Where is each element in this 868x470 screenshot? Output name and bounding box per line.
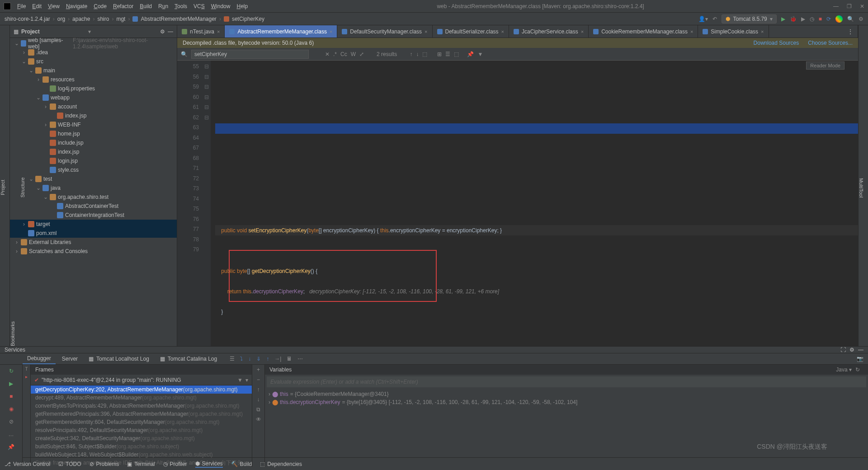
crumb[interactable]: setCipherKey — [232, 16, 264, 22]
search-icon[interactable]: 🔍 — [847, 16, 854, 22]
tree-item[interactable]: log4j.properties — [10, 84, 177, 93]
menu-navigate[interactable]: Navigate — [66, 3, 87, 9]
variable-row[interactable]: › ⬤ this = {CookieRememberMeManager@3401… — [269, 390, 864, 398]
code-area[interactable]: Reader Mode 5556596061626364676871727374… — [177, 61, 858, 346]
close-find-icon[interactable]: ✕ — [325, 51, 330, 57]
dropdown-icon[interactable]: ▾ — [245, 377, 248, 383]
add-selection-icon[interactable]: ⊞ — [437, 51, 442, 57]
tomcat-node-icon[interactable]: T — [25, 367, 28, 371]
stack-frame[interactable]: convertBytesToPrincipals:429, AbstractRe… — [31, 402, 252, 410]
hide-icon[interactable]: — — [858, 347, 863, 353]
menu-window[interactable]: Window — [211, 3, 231, 9]
step-out-icon[interactable]: ↑ — [266, 356, 269, 362]
profile-button[interactable]: ◷ — [810, 16, 814, 22]
run-button[interactable]: ▶ — [781, 16, 785, 22]
reader-mode-badge[interactable]: Reader Mode — [806, 61, 844, 70]
stack-frame[interactable]: getRememberedPrincipals:396, AbstractRem… — [31, 410, 252, 418]
case-icon[interactable]: Cc — [340, 51, 347, 57]
menu-view[interactable]: View — [48, 3, 60, 9]
evaluate-input[interactable]: Evaluate expression (Enter) or add a wat… — [267, 376, 866, 387]
stack-frame[interactable]: decrypt:489, AbstractRememberMeManager (… — [31, 394, 252, 402]
project-tool-button[interactable]: Project — [0, 29, 5, 346]
status-todo[interactable]: ☑TODO — [58, 461, 81, 467]
stack-frame[interactable]: getRememberedIdentity:604, DefaultSecuri… — [31, 418, 252, 426]
tree-item[interactable]: ›resources — [10, 75, 177, 84]
words-icon[interactable]: W — [351, 51, 356, 57]
remove-watch-icon[interactable]: − — [257, 376, 260, 383]
frames-list[interactable]: getDecryptionCipherKey:202, AbstractReme… — [31, 385, 252, 459]
tree-item[interactable]: pom.xml — [10, 229, 177, 238]
next-match-icon[interactable]: ↓ — [416, 51, 419, 57]
status-profiler[interactable]: ◷Profiler — [163, 461, 187, 467]
tree-item[interactable]: ⌄test — [10, 174, 177, 183]
pin-button[interactable]: 📌 — [7, 442, 16, 451]
expand-icon[interactable]: ⤢ — [359, 51, 364, 57]
tree-item[interactable]: ›target — [10, 220, 177, 229]
regex-icon[interactable]: .* — [333, 51, 337, 57]
tree-item[interactable]: ›External Libraries — [10, 238, 177, 247]
stack-frame[interactable]: buildWebSubject:148, WebSubject$Builder … — [31, 451, 252, 459]
crumb[interactable]: org — [57, 16, 65, 22]
tab-catalina-log[interactable]: ▦ Tomcat Catalina Log — [156, 354, 222, 364]
menu-tools[interactable]: Tools — [175, 3, 187, 9]
variable-row[interactable]: › ⬤ this.decryptionCipherKey = {byte[16]… — [269, 398, 864, 406]
status-dependencies[interactable]: ⬚Dependencies — [260, 461, 302, 467]
menu-file[interactable]: File — [17, 3, 26, 9]
collapse-icon[interactable]: — — [168, 28, 173, 35]
maximize-icon[interactable]: ⛶ — [840, 347, 846, 353]
editor-tab[interactable]: DefaultSerializer.class× — [433, 25, 509, 38]
crumb[interactable]: apache — [72, 16, 90, 22]
tree-item[interactable]: index.jsp — [10, 147, 177, 156]
tree-item[interactable]: ⌄web [samples-web]F:\javasec-env\shiro-s… — [10, 39, 177, 48]
menu-build[interactable]: Build — [140, 3, 152, 9]
evaluate-icon[interactable]: 🖩 — [287, 356, 292, 362]
editor-tab[interactable]: nTest.java× — [177, 25, 225, 38]
up-icon[interactable]: ↑ — [257, 386, 260, 393]
structure-tool-button[interactable]: Structure — [20, 29, 25, 346]
lang-label[interactable]: Java ▾ — [836, 367, 852, 373]
crumb[interactable]: mgt — [116, 16, 125, 22]
back-icon[interactable]: ↶ — [712, 16, 717, 22]
tree-item[interactable]: ›WEB-INF — [10, 120, 177, 129]
stack-frame[interactable]: resolvePrincipals:492, DefaultSecurityMa… — [31, 426, 252, 434]
tree-item[interactable]: ContainerIntegrationTest — [10, 211, 177, 220]
crumb[interactable]: shiro-core-1.2.4.jar — [5, 16, 50, 22]
view-breakpoints-button[interactable]: ◉ — [7, 404, 16, 414]
gear-icon[interactable]: ⚙ — [849, 347, 854, 353]
funnel-icon[interactable]: ▼ — [477, 51, 483, 57]
fold-gutter[interactable]: ⊟⊟⊟⊟⊟⊟ — [204, 61, 211, 346]
multitool-button[interactable]: MultiTool — [859, 30, 864, 346]
tree-item[interactable]: ›account — [10, 102, 177, 111]
menu-refactor[interactable]: Refactor — [113, 3, 133, 9]
user-icon[interactable]: 👤▾ — [698, 16, 708, 22]
add-watch-icon[interactable]: + — [257, 367, 260, 373]
project-tree[interactable]: ⌄web [samples-web]F:\javasec-env\shiro-s… — [10, 38, 177, 346]
tree-item[interactable]: style.css — [10, 165, 177, 174]
menu-run[interactable]: Run — [158, 3, 168, 9]
tree-item[interactable]: login.jsp — [10, 156, 177, 165]
tree-item[interactable]: ⌄src — [10, 57, 177, 66]
variables-list[interactable]: › ⬤ this = {CookieRememberMeManager@3401… — [265, 389, 868, 467]
crumb[interactable]: AbstractRememberMeManager — [141, 16, 216, 22]
tree-item[interactable]: home.jsp — [10, 129, 177, 138]
stack-frame[interactable]: createSubject:342, DefaultSecurityManage… — [31, 434, 252, 442]
tree-item[interactable]: ⌄java — [10, 183, 177, 193]
history-icon[interactable]: ↻ — [855, 367, 860, 373]
tree-item[interactable]: ⌄org.apache.shiro.test — [10, 193, 177, 202]
copy-icon[interactable]: ⧉ — [256, 406, 260, 413]
update-button[interactable]: ⟳ — [826, 16, 831, 22]
menu-code[interactable]: Code — [94, 3, 107, 9]
menu-vcs[interactable]: VCS — [193, 3, 205, 9]
status-problems[interactable]: ⊘Problems — [90, 461, 119, 467]
tab-server[interactable]: Server — [57, 354, 82, 364]
stack-frame[interactable]: buildSubject:846, Subject$Builder (org.a… — [31, 442, 252, 451]
editor-tab[interactable]: CookieRememberMeManager.class× — [589, 25, 698, 38]
run-to-cursor-icon[interactable]: →| — [274, 356, 281, 362]
resume-button[interactable]: ▶ — [7, 379, 16, 388]
status-build[interactable]: 🔨Build — [231, 461, 252, 467]
tree-item[interactable]: ⌄main — [10, 66, 177, 75]
editor-tab[interactable]: AbstractRememberMeManager.class× — [225, 25, 337, 38]
stop-button[interactable]: ■ — [7, 392, 16, 401]
filter-icon[interactable]: ⬚ — [454, 51, 459, 57]
mute-breakpoints-button[interactable]: ⊘ — [7, 417, 16, 426]
